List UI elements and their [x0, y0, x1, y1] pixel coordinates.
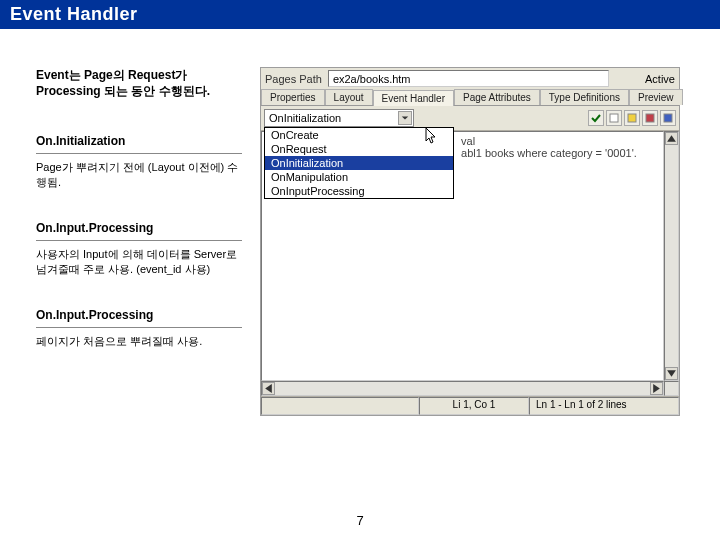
- page-number: 7: [356, 513, 363, 528]
- path-input[interactable]: [328, 70, 609, 87]
- svg-rect-3: [664, 114, 672, 122]
- check-icon[interactable]: [588, 110, 604, 126]
- svg-rect-0: [610, 114, 618, 122]
- tool-icon-4[interactable]: [660, 110, 676, 126]
- section-1-body: Page가 뿌려지기 전에 (Layout 이전에) 수행됨.: [36, 160, 242, 191]
- section-1-heading: On.Initialization: [36, 133, 242, 153]
- tool-icon-2[interactable]: [624, 110, 640, 126]
- scroll-corner: [664, 381, 679, 396]
- path-label: Pages Path: [265, 73, 322, 85]
- section-2-body: 사용자의 Input에 의해 데이터를 Server로 넘겨줄때 주로 사용. …: [36, 247, 242, 278]
- handler-combo-value: OnInitialization: [269, 112, 341, 124]
- toolbar-icons: [588, 110, 676, 126]
- section-2-heading: On.Input.Processing: [36, 220, 242, 240]
- scroll-down-icon[interactable]: [665, 367, 678, 380]
- tab-type-definitions[interactable]: Type Definitions: [540, 89, 629, 105]
- scroll-v-track[interactable]: [665, 145, 678, 367]
- slide-title: Event Handler: [0, 0, 720, 29]
- scroll-right-icon[interactable]: [650, 382, 663, 395]
- handler-combo-menu: OnCreate OnRequest OnInitialization OnMa…: [264, 127, 454, 199]
- combo-item-onrequest[interactable]: OnRequest: [265, 142, 453, 156]
- tab-page-attributes[interactable]: Page Attributes: [454, 89, 540, 105]
- tab-properties[interactable]: Properties: [261, 89, 325, 105]
- tab-event-handler[interactable]: Event Handler: [373, 90, 454, 106]
- chevron-down-icon[interactable]: [398, 111, 412, 125]
- combo-item-oncreate[interactable]: OnCreate: [265, 128, 453, 142]
- tool-icon-3[interactable]: [642, 110, 658, 126]
- app-window: Pages Path Active Properties Layout Even…: [260, 67, 680, 416]
- status-cell-mid: Li 1, Co 1: [419, 397, 529, 415]
- handler-toolbar: OnInitialization OnCreate OnRequest OnIn…: [261, 106, 679, 131]
- scrollbar-vertical[interactable]: [664, 131, 679, 381]
- tool-icon-1[interactable]: [606, 110, 622, 126]
- section-2: On.Input.Processing 사용자의 Input에 의해 데이터를 …: [36, 220, 242, 277]
- combo-item-oninputprocessing[interactable]: OnInputProcessing: [265, 184, 453, 198]
- status-cell-right: Ln 1 - Ln 1 of 2 lines: [529, 397, 679, 415]
- combo-item-onmanipulation[interactable]: OnManipulation: [265, 170, 453, 184]
- snippet-a: val: [461, 135, 475, 147]
- tab-row: Properties Layout Event Handler Page Att…: [261, 89, 679, 106]
- section-3: On.Input.Processing 페이지가 처음으로 뿌려질때 사용.: [36, 307, 242, 349]
- status-cell-left: [261, 397, 419, 415]
- section-1: On.Initialization Page가 뿌려지기 전에 (Layout …: [36, 133, 242, 190]
- scroll-h-track[interactable]: [275, 382, 650, 395]
- intro-text: Event는 Page의 Request가 Processing 되는 동안 수…: [36, 67, 242, 99]
- tab-layout[interactable]: Layout: [325, 89, 373, 105]
- scroll-left-icon[interactable]: [262, 382, 275, 395]
- scroll-up-icon[interactable]: [665, 132, 678, 145]
- svg-rect-2: [646, 114, 654, 122]
- status-bar: Li 1, Co 1 Ln 1 - Ln 1 of 2 lines: [261, 396, 679, 415]
- left-column: Event는 Page의 Request가 Processing 되는 동안 수…: [36, 67, 242, 416]
- active-label: Active: [615, 73, 675, 85]
- scrollbar-horizontal[interactable]: [261, 381, 664, 396]
- svg-rect-1: [628, 114, 636, 122]
- section-3-heading: On.Input.Processing: [36, 307, 242, 327]
- tab-preview[interactable]: Preview: [629, 89, 683, 105]
- path-row: Pages Path Active: [261, 68, 679, 89]
- handler-combo[interactable]: OnInitialization OnCreate OnRequest OnIn…: [264, 109, 414, 127]
- snippet-b: abl1 books where category = '0001'.: [461, 147, 637, 159]
- section-3-body: 페이지가 처음으로 뿌려질때 사용.: [36, 334, 242, 349]
- combo-item-oninitialization[interactable]: OnInitialization: [265, 156, 453, 170]
